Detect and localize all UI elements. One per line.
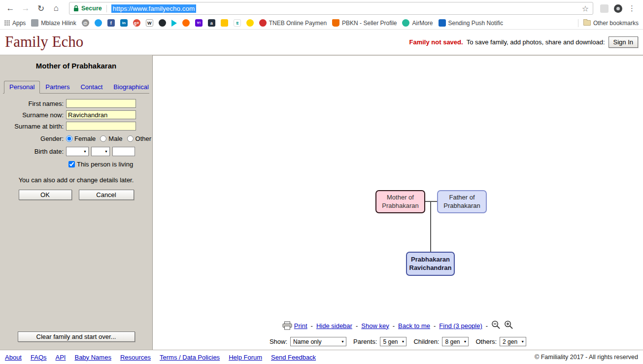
- birth-month-select[interactable]: ▼: [66, 147, 89, 156]
- others-gen-select[interactable]: 2 gen ▼: [500, 337, 526, 346]
- home-icon[interactable]: ⌂: [50, 2, 63, 15]
- surname-at-birth-field[interactable]: [66, 122, 136, 131]
- children-gen-select[interactable]: 8 gen ▼: [442, 337, 469, 346]
- bookmark-pbkn[interactable]: PBKN - Seller Profile: [332, 19, 397, 27]
- bookmark-star-icon[interactable]: ☆: [582, 4, 589, 13]
- clear-family-button[interactable]: Clear family and start over...: [18, 331, 135, 342]
- url-text[interactable]: https://www.familyecho.com: [111, 4, 197, 13]
- footer-link-help-forum[interactable]: Help Forum: [229, 354, 262, 361]
- bookmark-amazon[interactable]: a: [208, 19, 215, 27]
- dark-extension-icon[interactable]: [614, 4, 622, 13]
- parents-gen-value: 5 gen: [383, 338, 398, 345]
- gender-male-radio[interactable]: [100, 135, 106, 142]
- dimmed-extension-icon[interactable]: [600, 4, 609, 13]
- reload-icon[interactable]: ↻: [34, 2, 47, 15]
- show-mode-value: Name only: [293, 338, 321, 345]
- bookmark-label: TNEB Online Paymen: [269, 20, 327, 27]
- bookmark-yahoo[interactable]: Y!: [195, 19, 203, 27]
- other-bookmarks-label: Other bookmarks: [593, 20, 639, 27]
- print-label: Print: [294, 322, 307, 330]
- footer-link-terms[interactable]: Terms / Data Policies: [160, 354, 220, 361]
- bookmark-twitter[interactable]: [95, 19, 102, 27]
- linkedin-icon: in: [120, 19, 128, 27]
- bookmark-label: Mblaze Hilink: [41, 20, 76, 27]
- bookmark-label: AirMore: [412, 20, 433, 27]
- tt-icon: tt: [234, 19, 241, 27]
- viewer-toolbar: Print - Hide sidebar - Show key - Back t…: [153, 320, 643, 331]
- footer-link-about[interactable]: About: [5, 354, 22, 361]
- cancel-button[interactable]: Cancel: [79, 190, 134, 200]
- shield-icon: [332, 19, 339, 27]
- tab-contact[interactable]: Contact: [75, 81, 108, 94]
- forward-icon[interactable]: →: [19, 2, 32, 15]
- tab-partners[interactable]: Partners: [40, 81, 75, 94]
- bookmark-google-play[interactable]: [171, 20, 177, 27]
- child-connector-line: [430, 201, 431, 252]
- bookmark-tneb[interactable]: TNEB Online Paymen: [259, 19, 327, 27]
- chevron-down-icon: ▼: [402, 340, 405, 343]
- birth-day-select[interactable]: ▼: [91, 147, 110, 156]
- footer-link-resources[interactable]: Resources: [120, 354, 151, 361]
- ok-button[interactable]: OK: [19, 190, 72, 200]
- toolbar-separator: -: [356, 322, 358, 330]
- tab-biographical[interactable]: Biographical: [108, 81, 154, 94]
- zoom-out-icon[interactable]: [491, 320, 501, 331]
- parents-gen-select[interactable]: 5 gen ▼: [380, 337, 406, 346]
- footer-link-api[interactable]: API: [56, 354, 66, 361]
- bookmark-google-plus[interactable]: g+: [133, 19, 140, 27]
- airmore-icon: [402, 19, 409, 27]
- toolbar-separator: -: [486, 322, 488, 330]
- apps-shortcut[interactable]: Apps: [4, 20, 26, 27]
- other-bookmarks[interactable]: Other bookmarks: [583, 20, 639, 27]
- chrome-menu-icon[interactable]: ⋮: [628, 4, 636, 13]
- save-prompt-text: To save family, add photos, share and do…: [467, 38, 605, 46]
- bookmark-push[interactable]: Sending Push Notific: [439, 19, 503, 27]
- show-key-link[interactable]: Show key: [361, 322, 389, 330]
- bookmark-airmore[interactable]: AirMore: [402, 19, 433, 27]
- living-checkbox[interactable]: [68, 161, 75, 167]
- bookmark-yellow-app[interactable]: [221, 19, 228, 27]
- show-mode-select[interactable]: Name only ▼: [290, 337, 346, 346]
- bookmark-mblaze-hilink[interactable]: Mblaze Hilink: [31, 19, 76, 27]
- address-bar[interactable]: Secure https://www.familyecho.com ☆: [69, 2, 593, 15]
- family-tree-canvas[interactable]: Mother of Prabhakaran Father of Prabhaka…: [153, 55, 643, 350]
- footer-link-send-feedback[interactable]: Send Feedback: [271, 354, 316, 361]
- print-link[interactable]: Print: [282, 321, 307, 330]
- footer-link-baby-names[interactable]: Baby Names: [74, 354, 111, 361]
- bookmarks-bar: Apps Mblaze Hilink @ f in g+ W Y! a tt T…: [0, 17, 643, 30]
- gender-other-label: Other: [135, 135, 152, 142]
- wikipedia-icon: W: [146, 19, 153, 27]
- back-to-me-link[interactable]: Back to me: [398, 322, 430, 330]
- gender-female-radio[interactable]: [66, 135, 72, 142]
- facebook-icon: f: [107, 19, 115, 27]
- hide-sidebar-link[interactable]: Hide sidebar: [316, 322, 352, 330]
- family-echo-logo[interactable]: Family Echo: [5, 33, 83, 51]
- bookmark-linkedin[interactable]: in: [120, 19, 128, 27]
- tree-node-child[interactable]: Prabhakaran Ravichandran: [406, 252, 455, 276]
- bookmark-wikipedia[interactable]: W: [146, 19, 153, 27]
- footer-link-faqs[interactable]: FAQs: [31, 354, 47, 361]
- birth-year-field[interactable]: [112, 147, 135, 156]
- person-edit-sidebar: Mother of Prabhakaran Personal Partners …: [0, 55, 153, 350]
- tab-personal[interactable]: Personal: [4, 81, 40, 94]
- back-icon[interactable]: ←: [4, 2, 17, 15]
- tree-node-father[interactable]: Father of Prabhakaran: [437, 190, 487, 213]
- zoom-in-icon[interactable]: [504, 320, 513, 331]
- github-icon: [159, 19, 166, 27]
- children-label: Children:: [413, 338, 439, 345]
- bookmark-facebook[interactable]: f: [107, 19, 115, 27]
- bookmark-scooter[interactable]: [246, 19, 254, 27]
- tree-node-mother[interactable]: Mother of Prabhakaran: [375, 190, 425, 213]
- gender-label: Gender:: [4, 135, 66, 142]
- bookmark-at[interactable]: @: [82, 19, 89, 27]
- find-people-link[interactable]: Find (3 people): [439, 322, 482, 330]
- sign-in-button[interactable]: Sign In: [609, 36, 638, 48]
- surname-now-field[interactable]: [66, 110, 136, 119]
- bookmark-github[interactable]: [159, 19, 166, 27]
- gender-other-radio[interactable]: [127, 135, 134, 142]
- first-names-field[interactable]: [66, 99, 136, 108]
- bookmark-tt[interactable]: tt: [234, 19, 241, 27]
- first-names-label: First names:: [4, 100, 66, 107]
- sidebar-title: Mother of Prabhakaran: [0, 55, 152, 70]
- bookmark-flame[interactable]: [182, 19, 190, 27]
